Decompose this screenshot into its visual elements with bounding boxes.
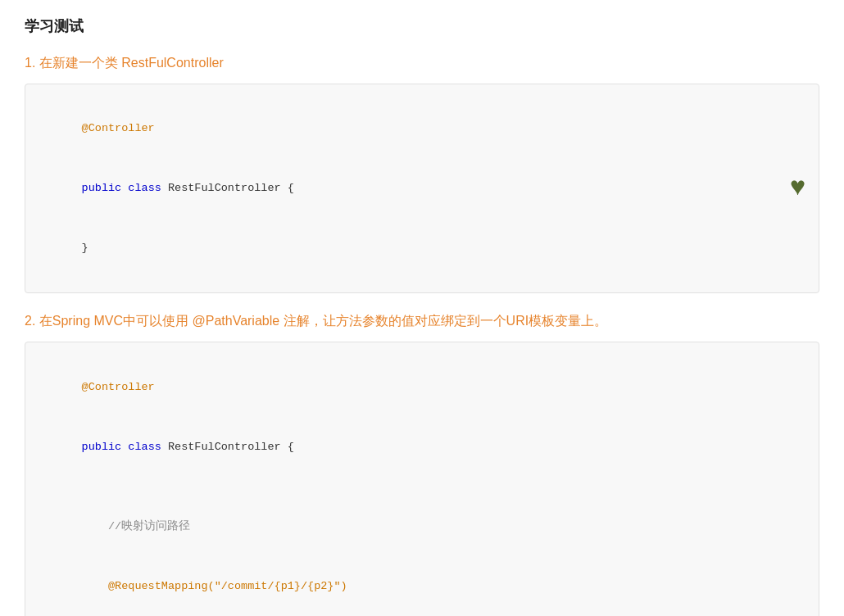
page-title: 学习测试 — [25, 16, 819, 36]
kw-class: class — [128, 182, 161, 194]
code-s2-line-1: @Controller — [42, 357, 802, 417]
section-1: 1. 在新建一个类 RestFulController @Controller … — [25, 52, 819, 293]
section-2-heading: 2. 在Spring MVC中可以使用 @PathVariable 注解，让方法… — [25, 310, 819, 332]
heart-icon: ♥ — [790, 165, 805, 212]
code-s2-line-4: //映射访问路径 — [42, 497, 802, 557]
code-s2-line-5: @RequestMapping("/commit/{p1}/{p2}") — [42, 556, 802, 616]
code-block-2: @Controller public class RestFulControll… — [25, 342, 819, 616]
section-2: 2. 在Spring MVC中可以使用 @PathVariable 注解，让方法… — [25, 310, 819, 616]
code-line-2: public class RestFulController { — [42, 158, 802, 218]
section-1-heading: 1. 在新建一个类 RestFulController — [25, 52, 819, 74]
code-line-3: } — [42, 218, 802, 278]
code-s2-line-3 — [42, 477, 802, 496]
annotation-controller: @Controller — [82, 122, 155, 134]
kw-public: public — [82, 182, 122, 194]
code-block-1: @Controller public class RestFulControll… — [25, 84, 819, 294]
code-line-1: @Controller — [42, 99, 802, 159]
code-s2-line-2: public class RestFulController { — [42, 417, 802, 477]
